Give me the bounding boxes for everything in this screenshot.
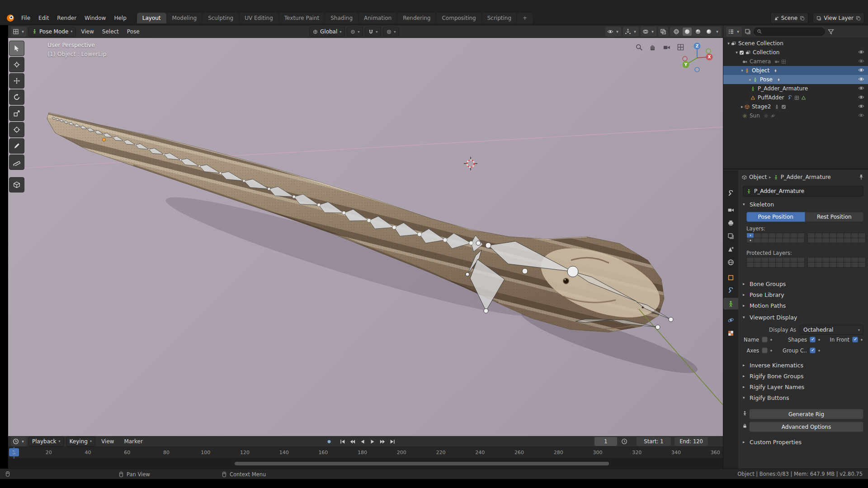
solid-shading-button[interactable] (683, 28, 692, 36)
keying-dropdown[interactable]: Keying (66, 436, 95, 446)
pivot-point-dropdown[interactable] (347, 27, 363, 37)
armature-layer-cell[interactable] (769, 233, 775, 238)
outliner-row-object-selected[interactable]: ▾ Object (723, 66, 868, 75)
tab-physics[interactable] (723, 314, 738, 326)
stage2-visibility-eye-icon[interactable] (858, 103, 864, 111)
armature-layer-cell[interactable] (830, 263, 836, 267)
filter-funnel-icon[interactable] (828, 28, 834, 35)
outliner-search-input[interactable] (754, 28, 825, 36)
tab-rendering[interactable]: Rendering (397, 13, 436, 23)
armature-layer-cell[interactable] (783, 233, 790, 238)
generate-rig-button[interactable]: Generate Rig (749, 409, 863, 419)
playback-dropdown[interactable]: Playback (28, 436, 64, 446)
gizmo-neg-y-axis[interactable] (706, 49, 711, 53)
menu-help[interactable]: Help (110, 15, 130, 21)
tab-texture-paint[interactable]: Texture Paint (279, 13, 325, 23)
current-frame-field[interactable]: 1 (594, 437, 617, 446)
timeline-editor-type-button[interactable]: ▾ (11, 436, 27, 446)
advanced-options-button[interactable]: Advanced Options (749, 422, 863, 432)
blender-logo-icon[interactable] (6, 14, 14, 22)
move-tool[interactable] (9, 73, 24, 89)
new-scene-icon[interactable] (800, 16, 805, 21)
armature-layer-cell[interactable] (754, 263, 761, 267)
tab-object[interactable] (723, 272, 738, 283)
timeline-scrollbar[interactable] (235, 462, 609, 465)
armature-layer-cell[interactable] (844, 258, 851, 262)
tab-scripting[interactable]: Scripting (482, 13, 517, 23)
tab-compositing[interactable]: Compositing (436, 13, 481, 23)
armature-layer-cell[interactable] (859, 263, 865, 267)
armature-layer-cell[interactable] (851, 238, 858, 243)
armature-layer-cell[interactable] (754, 258, 761, 262)
armature-layer-cell[interactable] (815, 258, 822, 262)
armature-layer-cell[interactable] (790, 258, 797, 262)
armature-layer-cell[interactable] (769, 263, 775, 267)
mode-dropdown[interactable]: Pose Mode (28, 27, 76, 37)
tab-world[interactable] (723, 256, 738, 268)
camera-view-button[interactable] (661, 42, 672, 52)
gizmo-neg-x-axis[interactable] (683, 56, 687, 61)
auto-keyframe-button[interactable] (325, 437, 334, 446)
armature-layer-cell[interactable] (844, 233, 851, 238)
armature-layer-cell[interactable] (844, 263, 851, 267)
wireframe-shading-button[interactable] (672, 28, 681, 36)
add-workspace-button[interactable]: + (517, 13, 533, 23)
tab-uv-editing[interactable]: UV Editing (239, 13, 278, 23)
cursor-tool[interactable] (9, 57, 24, 72)
rendered-shading-button[interactable] (704, 28, 713, 36)
panel-rigify-layer-names[interactable]: Rigify Layer Names (738, 382, 868, 392)
gizmo-neg-z-axis[interactable] (695, 67, 699, 72)
armature-layer-cell[interactable] (747, 258, 754, 262)
armature-layer-cell[interactable] (808, 233, 815, 238)
menu-select[interactable]: Select (99, 28, 122, 35)
show-overlays-toggle[interactable]: ▾ (641, 27, 656, 37)
tab-layout[interactable]: Layout (137, 13, 166, 23)
outliner-row-pose[interactable]: ▸ Pose (723, 75, 868, 84)
display-as-dropdown[interactable]: Octahedral (800, 325, 863, 335)
armature-layer-cell[interactable] (761, 258, 768, 262)
pose-position-button[interactable]: Pose Position (746, 212, 805, 222)
tab-modeling[interactable]: Modeling (167, 13, 203, 23)
tab-shading[interactable]: Shading (325, 13, 358, 23)
armature-layer-cell[interactable] (747, 233, 754, 238)
armature-layer-cell[interactable] (776, 258, 783, 262)
snap-dropdown[interactable] (365, 27, 381, 37)
menu-timeline-view[interactable]: View (97, 438, 118, 445)
outliner-row-sun[interactable]: Sun (723, 111, 868, 120)
sun-visibility-eye-icon[interactable] (858, 112, 864, 120)
menu-file[interactable]: File (17, 15, 34, 21)
panel-rigify-buttons[interactable]: Rigify Buttons (738, 393, 868, 403)
armature-layer-cell[interactable] (761, 238, 768, 243)
armature-layer-cell[interactable] (837, 258, 844, 262)
collection-visibility-eye-icon[interactable] (858, 49, 864, 56)
annotate-tool[interactable] (9, 138, 24, 154)
select-box-tool[interactable] (9, 41, 24, 56)
armature-layer-cell[interactable] (851, 233, 858, 238)
armature-layer-cell[interactable] (769, 258, 775, 262)
panel-pose-library[interactable]: Pose Library (738, 290, 868, 300)
armature-layer-cell[interactable] (769, 238, 775, 243)
rotate-tool[interactable] (9, 89, 24, 105)
armature-layer-cell[interactable] (830, 233, 836, 238)
armature-layer-cell[interactable] (830, 258, 836, 262)
panel-bone-groups[interactable]: Bone Groups (738, 279, 868, 289)
3d-viewport[interactable]: Z X Y ▾ Pose Mode View Select Pose Globa… (8, 25, 723, 436)
armature-layer-cell[interactable] (776, 238, 783, 243)
outliner-row-stage2[interactable]: ▸ Stage2 (723, 102, 868, 111)
tab-output[interactable] (723, 217, 738, 229)
armature-layer-cell[interactable] (808, 258, 815, 262)
next-keyframe-button[interactable] (378, 437, 387, 446)
menu-pose[interactable]: Pose (124, 28, 143, 35)
armature-layer-cell[interactable] (822, 238, 829, 243)
armature-layer-cell[interactable] (747, 238, 754, 243)
breadcrumb-data[interactable]: P_Adder_Armature (781, 174, 831, 180)
in-front-checkbox[interactable] (852, 337, 858, 343)
armature-layer-cell[interactable] (754, 233, 761, 238)
transform-orientation-dropdown[interactable]: Global (309, 27, 345, 37)
pan-button[interactable] (647, 42, 658, 52)
armature-layer-cell[interactable] (837, 263, 844, 267)
show-gizmo-toggle[interactable]: ▾ (623, 27, 639, 37)
menu-edit[interactable]: Edit (34, 15, 53, 21)
play-reverse-button[interactable] (358, 437, 367, 446)
tab-animation[interactable]: Animation (359, 13, 397, 23)
